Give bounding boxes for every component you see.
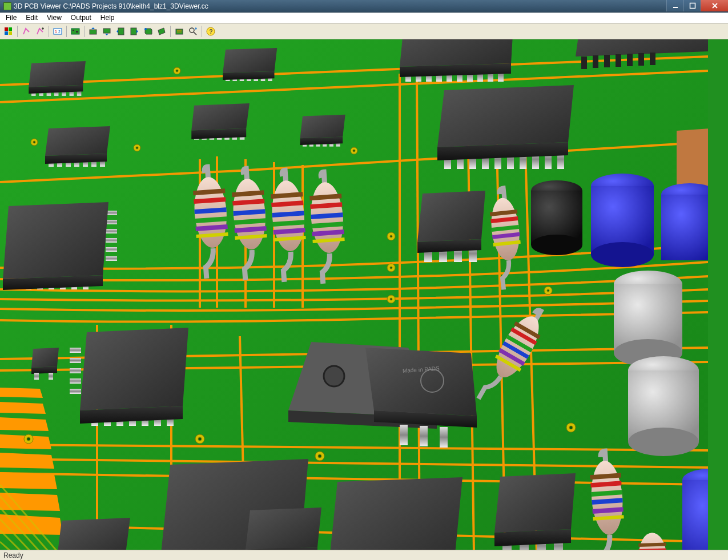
left-view-icon[interactable] [142, 25, 154, 38]
svg-marker-63 [29, 61, 86, 87]
svg-rect-10 [73, 30, 74, 31]
minimize-button[interactable] [666, 0, 683, 11]
back-view-icon[interactable] [128, 25, 140, 38]
svg-point-18 [190, 28, 194, 33]
svg-text:?: ? [210, 29, 213, 35]
cap-blue-2 [661, 183, 708, 260]
toolbar: 12 ? [0, 23, 728, 39]
svg-marker-98 [300, 115, 345, 138]
iso-view-icon[interactable] [173, 25, 186, 38]
top-view-icon[interactable] [87, 25, 99, 38]
titlebar: 3D PCB Viewer C:\PADS Projects 910\keith… [0, 0, 728, 13]
help-icon[interactable]: ? [204, 25, 217, 38]
svg-rect-213 [420, 426, 428, 446]
bottom-view-icon[interactable] [100, 25, 113, 38]
svg-rect-133 [106, 220, 117, 224]
cap-black [531, 180, 582, 255]
window-controls [666, 0, 728, 11]
svg-rect-239 [49, 373, 53, 380]
svg-point-51 [318, 454, 321, 458]
svg-marker-249 [57, 518, 130, 550]
soic-u4 [191, 103, 250, 140]
svg-marker-27 [0, 472, 57, 489]
svg-rect-229 [70, 348, 81, 353]
pcb-3d-viewport[interactable]: Made in PADS [0, 39, 728, 550]
svg-point-16 [144, 28, 147, 30]
svg-rect-2 [5, 27, 8, 31]
front-view-icon[interactable] [114, 25, 127, 38]
svg-marker-22 [0, 388, 43, 398]
toolbar-sep-3 [66, 26, 67, 37]
cap-gray-1 [614, 271, 682, 366]
dip8-u20 [417, 191, 485, 262]
toolbar-sep-4 [84, 26, 85, 37]
soic-u50 [57, 518, 130, 550]
cap-gray-2 [628, 356, 699, 456]
pink-plus-icon[interactable] [34, 25, 46, 38]
svg-rect-14 [118, 28, 124, 35]
display-color-icon[interactable] [2, 25, 15, 38]
svg-marker-179 [417, 191, 485, 242]
window-title: 3D PCB Viewer C:\PADS Projects 910\keith… [14, 2, 726, 10]
svg-point-189 [531, 235, 582, 255]
svg-rect-137 [106, 256, 117, 261]
svg-marker-234 [80, 328, 188, 410]
svg-rect-135 [106, 238, 117, 243]
soic-u51 [246, 507, 321, 550]
svg-text:1: 1 [55, 30, 57, 34]
numbered-board-icon[interactable]: 12 [51, 25, 64, 38]
toolbar-sep-2 [49, 26, 49, 37]
svg-point-43 [390, 298, 392, 300]
svg-point-39 [390, 235, 392, 237]
qfp-left [3, 202, 117, 290]
svg-rect-126 [593, 55, 598, 68]
svg-point-33 [136, 147, 138, 149]
menu-file[interactable]: File [1, 13, 21, 23]
svg-marker-72 [223, 48, 277, 73]
svg-rect-1 [690, 3, 695, 9]
toolbar-sep-6 [202, 26, 202, 37]
statusbar: Ready [0, 550, 728, 560]
measure-icon[interactable] [187, 25, 199, 38]
svg-point-35 [176, 70, 178, 72]
svg-rect-130 [638, 53, 644, 66]
soic-u3 [45, 126, 110, 167]
svg-marker-81 [45, 126, 110, 156]
menu-view[interactable]: View [42, 13, 66, 23]
svg-rect-214 [440, 427, 448, 448]
svg-rect-11 [76, 31, 78, 33]
maximize-button[interactable] [683, 0, 701, 11]
green-board-icon[interactable] [69, 25, 82, 38]
soic-u30 [70, 328, 188, 426]
cap-blue-1 [591, 174, 654, 267]
svg-rect-127 [604, 55, 610, 67]
svg-point-31 [33, 141, 35, 143]
soic-u5 [300, 115, 345, 147]
svg-text:2: 2 [58, 30, 61, 34]
svg-rect-129 [627, 54, 633, 66]
menu-output[interactable]: Output [66, 13, 96, 23]
menu-help[interactable]: Help [96, 13, 119, 23]
menubar: File Edit View Output Help [0, 13, 728, 23]
soic-u2 [223, 48, 277, 81]
app-icon [3, 2, 11, 10]
svg-marker-263 [494, 473, 576, 533]
svg-rect-0 [673, 7, 678, 8]
svg-rect-238 [34, 373, 39, 380]
svg-marker-26 [0, 453, 54, 469]
svg-rect-232 [70, 378, 81, 384]
toolbar-sep-1 [17, 26, 18, 37]
svg-point-47 [198, 437, 202, 441]
svg-marker-90 [191, 103, 250, 131]
close-button[interactable] [701, 0, 728, 11]
svg-rect-3 [9, 27, 12, 31]
dip8-u60 [494, 473, 576, 550]
svg-rect-131 [650, 53, 655, 65]
svg-marker-257 [246, 507, 321, 550]
svg-marker-145 [3, 202, 108, 279]
menu-edit[interactable]: Edit [21, 13, 42, 23]
pink-ext-icon[interactable] [20, 25, 33, 38]
cap-blue-3 [682, 469, 708, 550]
svg-rect-230 [70, 358, 81, 363]
right-view-icon[interactable] [155, 25, 168, 38]
